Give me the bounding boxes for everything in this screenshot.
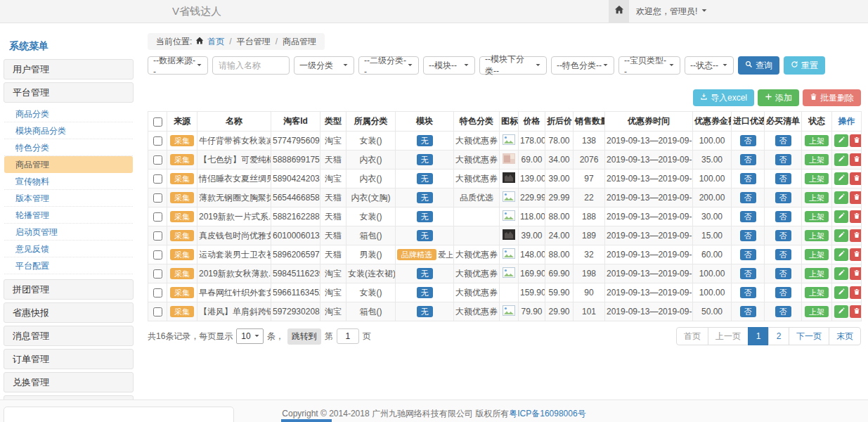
- cell-actions: [832, 188, 862, 207]
- edit-button[interactable]: [834, 305, 848, 318]
- filter-select-0[interactable]: --数据来源--: [148, 56, 208, 75]
- page-button-首页[interactable]: 首页: [676, 327, 708, 345]
- per-page-select[interactable]: 10: [236, 328, 263, 344]
- filter-select-3[interactable]: --二级分类--: [358, 56, 419, 75]
- cell-actions: [832, 207, 862, 226]
- page-button-1[interactable]: 1: [748, 327, 769, 345]
- breadcrumb-home-link[interactable]: 首页: [207, 36, 224, 48]
- sidebar-item-6[interactable]: 宣传物料: [4, 173, 133, 190]
- page-button-上一页[interactable]: 上一页: [708, 327, 749, 345]
- icp-link[interactable]: 粤ICP备16098006号: [509, 409, 585, 418]
- filter-select-4[interactable]: --模块--: [423, 56, 475, 75]
- must-buy-badge: 否: [775, 192, 791, 203]
- cell-discount-price: 24.00: [545, 226, 574, 245]
- row-checkbox[interactable]: [153, 155, 162, 165]
- sidebar-item-1[interactable]: 平台管理: [4, 82, 134, 103]
- sidebar-item-9[interactable]: 启动页管理: [4, 224, 133, 241]
- edit-button[interactable]: [834, 210, 848, 223]
- sidebar-item-8[interactable]: 轮播管理: [4, 207, 133, 224]
- select-all-checkbox[interactable]: [153, 117, 162, 127]
- trash-icon: [810, 93, 817, 103]
- home-button[interactable]: [609, 0, 629, 23]
- row-checkbox[interactable]: [153, 307, 162, 316]
- sidebar-item-2[interactable]: 商品分类: [4, 106, 133, 122]
- import-excel-button[interactable]: 导入excel: [693, 89, 754, 106]
- delete-button[interactable]: [850, 229, 862, 242]
- name-search-input[interactable]: [212, 56, 290, 75]
- delete-button[interactable]: [850, 172, 862, 185]
- row-checkbox[interactable]: [153, 269, 162, 279]
- cell-taoke-id: 598451162391: [271, 264, 320, 283]
- cell-coupon-amount: 100.00: [693, 283, 732, 302]
- reset-button[interactable]: 重置: [784, 56, 825, 75]
- filter-select-8[interactable]: --状态--: [685, 56, 734, 75]
- page-button-2[interactable]: 2: [768, 327, 789, 345]
- col-header-14: 进口优选: [732, 112, 765, 132]
- source-badge: 采集: [170, 211, 194, 222]
- filter-select-2[interactable]: 一级分类: [294, 56, 354, 75]
- edit-button[interactable]: [834, 153, 848, 166]
- row-checkbox[interactable]: [153, 288, 162, 298]
- cell-select[interactable]: [148, 302, 167, 321]
- row-checkbox[interactable]: [153, 212, 162, 222]
- page-button-下一页[interactable]: 下一页: [789, 327, 829, 345]
- edit-button[interactable]: [834, 134, 848, 147]
- sidebar-item-16[interactable]: 兑换管理: [4, 372, 134, 392]
- edit-button[interactable]: [834, 172, 848, 185]
- cell-feature: [454, 207, 500, 226]
- cell-select[interactable]: [148, 264, 167, 283]
- sidebar-item-11[interactable]: 平台配置: [4, 257, 133, 274]
- row-checkbox[interactable]: [153, 136, 162, 146]
- cell-select[interactable]: [148, 132, 167, 151]
- user-menu[interactable]: 欢迎您，管理员!: [636, 0, 708, 23]
- sidebar-item-10[interactable]: 意见反馈: [4, 241, 133, 257]
- edit-button[interactable]: [834, 248, 848, 261]
- cell-select[interactable]: [148, 283, 167, 302]
- filter-select-7[interactable]: --宝贝类型--: [618, 56, 680, 75]
- sidebar-item-15[interactable]: 订单管理: [4, 349, 134, 369]
- sidebar-item-3[interactable]: 模块商品分类: [4, 122, 133, 139]
- delete-button[interactable]: [850, 248, 862, 261]
- row-checkbox[interactable]: [153, 174, 162, 184]
- cell-select[interactable]: [148, 188, 167, 207]
- cell-price: 178.00: [519, 132, 545, 151]
- topbar: V省钱达人 欢迎您，管理员!: [0, 0, 868, 23]
- edit-button[interactable]: [834, 191, 848, 204]
- delete-button[interactable]: [850, 210, 862, 223]
- edit-button[interactable]: [834, 229, 848, 242]
- cell-select[interactable]: [148, 207, 167, 226]
- sidebar-item-4[interactable]: 特色分类: [4, 139, 133, 156]
- sidebar-item-5[interactable]: 商品管理: [4, 156, 133, 173]
- jump-page-input[interactable]: [337, 328, 359, 344]
- cell-select[interactable]: [148, 226, 167, 245]
- sidebar-item-14[interactable]: 消息管理: [4, 326, 134, 346]
- filter-select-5[interactable]: --模块下分类--: [479, 56, 547, 75]
- col-header-select[interactable]: [148, 112, 167, 132]
- page-button-末页[interactable]: 末页: [829, 327, 861, 345]
- search-button[interactable]: 查询: [738, 56, 779, 75]
- cell-select[interactable]: [148, 151, 167, 170]
- sidebar-item-7[interactable]: 版本管理: [4, 190, 133, 207]
- delete-button[interactable]: [850, 267, 862, 280]
- delete-button[interactable]: [850, 191, 862, 204]
- row-checkbox[interactable]: [153, 231, 162, 241]
- delete-button[interactable]: [850, 153, 862, 166]
- edit-button[interactable]: [834, 267, 848, 280]
- cell-select[interactable]: [148, 245, 167, 264]
- cell-name: 真皮钱包时尚优雅女士...: [197, 226, 271, 245]
- sidebar-item-0[interactable]: 用户管理: [4, 59, 134, 79]
- cell-select[interactable]: [148, 170, 167, 188]
- cell-coupon-amount: 35.00: [693, 151, 732, 170]
- sidebar-item-13[interactable]: 省惠快报: [4, 302, 134, 323]
- add-button[interactable]: 添加: [758, 89, 799, 106]
- batch-delete-button[interactable]: 批量删除: [803, 89, 861, 106]
- delete-button[interactable]: [850, 286, 862, 299]
- jump-button[interactable]: 跳转到: [287, 328, 321, 345]
- filter-select-6[interactable]: --特色分类--: [551, 56, 614, 75]
- edit-button[interactable]: [834, 286, 848, 299]
- delete-button[interactable]: [850, 134, 862, 147]
- row-checkbox[interactable]: [153, 250, 162, 260]
- sidebar-item-12[interactable]: 拼团管理: [4, 279, 134, 300]
- delete-button[interactable]: [850, 305, 862, 318]
- row-checkbox[interactable]: [153, 193, 162, 203]
